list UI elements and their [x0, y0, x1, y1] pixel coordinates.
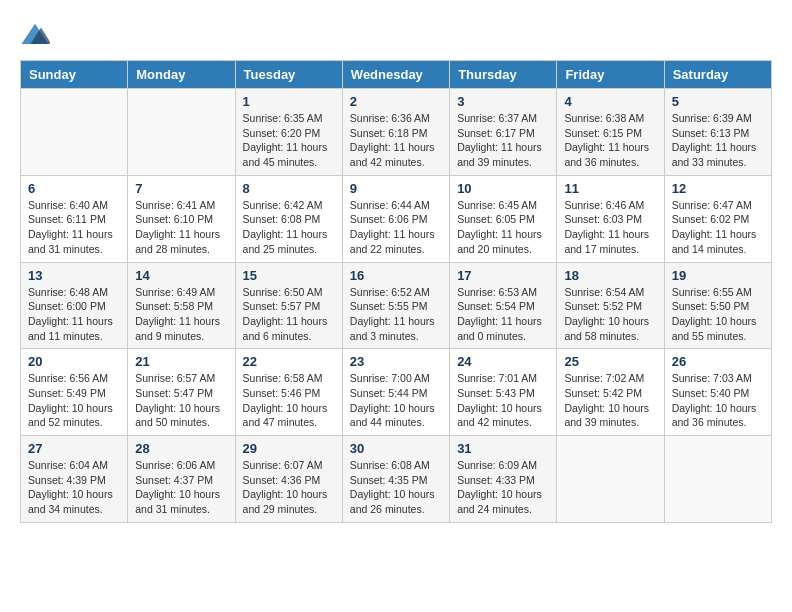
- day-number: 22: [243, 354, 335, 369]
- calendar-cell: 5Sunrise: 6:39 AMSunset: 6:13 PMDaylight…: [664, 89, 771, 176]
- cell-info: Sunrise: 6:46 AMSunset: 6:03 PMDaylight:…: [564, 198, 656, 257]
- day-number: 23: [350, 354, 442, 369]
- calendar-cell: 19Sunrise: 6:55 AMSunset: 5:50 PMDayligh…: [664, 262, 771, 349]
- calendar-cell: 22Sunrise: 6:58 AMSunset: 5:46 PMDayligh…: [235, 349, 342, 436]
- day-number: 10: [457, 181, 549, 196]
- day-number: 26: [672, 354, 764, 369]
- day-number: 14: [135, 268, 227, 283]
- calendar-cell: 26Sunrise: 7:03 AMSunset: 5:40 PMDayligh…: [664, 349, 771, 436]
- calendar-week-2: 13Sunrise: 6:48 AMSunset: 6:00 PMDayligh…: [21, 262, 772, 349]
- cell-info: Sunrise: 6:37 AMSunset: 6:17 PMDaylight:…: [457, 111, 549, 170]
- day-number: 1: [243, 94, 335, 109]
- cell-info: Sunrise: 6:45 AMSunset: 6:05 PMDaylight:…: [457, 198, 549, 257]
- calendar-cell: 17Sunrise: 6:53 AMSunset: 5:54 PMDayligh…: [450, 262, 557, 349]
- day-number: 4: [564, 94, 656, 109]
- day-number: 3: [457, 94, 549, 109]
- calendar-cell: 27Sunrise: 6:04 AMSunset: 4:39 PMDayligh…: [21, 436, 128, 523]
- calendar-table: SundayMondayTuesdayWednesdayThursdayFrid…: [20, 60, 772, 523]
- cell-info: Sunrise: 7:02 AMSunset: 5:42 PMDaylight:…: [564, 371, 656, 430]
- calendar-cell: 30Sunrise: 6:08 AMSunset: 4:35 PMDayligh…: [342, 436, 449, 523]
- calendar-cell: 29Sunrise: 6:07 AMSunset: 4:36 PMDayligh…: [235, 436, 342, 523]
- cell-info: Sunrise: 6:55 AMSunset: 5:50 PMDaylight:…: [672, 285, 764, 344]
- calendar-cell: 16Sunrise: 6:52 AMSunset: 5:55 PMDayligh…: [342, 262, 449, 349]
- day-number: 7: [135, 181, 227, 196]
- cell-info: Sunrise: 6:40 AMSunset: 6:11 PMDaylight:…: [28, 198, 120, 257]
- cell-info: Sunrise: 6:56 AMSunset: 5:49 PMDaylight:…: [28, 371, 120, 430]
- calendar-cell: [128, 89, 235, 176]
- calendar-cell: 18Sunrise: 6:54 AMSunset: 5:52 PMDayligh…: [557, 262, 664, 349]
- calendar-cell: 12Sunrise: 6:47 AMSunset: 6:02 PMDayligh…: [664, 175, 771, 262]
- calendar-cell: [557, 436, 664, 523]
- calendar-cell: 6Sunrise: 6:40 AMSunset: 6:11 PMDaylight…: [21, 175, 128, 262]
- day-number: 25: [564, 354, 656, 369]
- calendar-cell: 21Sunrise: 6:57 AMSunset: 5:47 PMDayligh…: [128, 349, 235, 436]
- day-number: 15: [243, 268, 335, 283]
- day-number: 16: [350, 268, 442, 283]
- day-number: 17: [457, 268, 549, 283]
- calendar-cell: 28Sunrise: 6:06 AMSunset: 4:37 PMDayligh…: [128, 436, 235, 523]
- day-number: 27: [28, 441, 120, 456]
- cell-info: Sunrise: 6:57 AMSunset: 5:47 PMDaylight:…: [135, 371, 227, 430]
- cell-info: Sunrise: 6:50 AMSunset: 5:57 PMDaylight:…: [243, 285, 335, 344]
- cell-info: Sunrise: 6:41 AMSunset: 6:10 PMDaylight:…: [135, 198, 227, 257]
- calendar-cell: 24Sunrise: 7:01 AMSunset: 5:43 PMDayligh…: [450, 349, 557, 436]
- cell-info: Sunrise: 6:44 AMSunset: 6:06 PMDaylight:…: [350, 198, 442, 257]
- day-number: 6: [28, 181, 120, 196]
- calendar-cell: 14Sunrise: 6:49 AMSunset: 5:58 PMDayligh…: [128, 262, 235, 349]
- cell-info: Sunrise: 6:53 AMSunset: 5:54 PMDaylight:…: [457, 285, 549, 344]
- cell-info: Sunrise: 6:35 AMSunset: 6:20 PMDaylight:…: [243, 111, 335, 170]
- calendar-cell: 2Sunrise: 6:36 AMSunset: 6:18 PMDaylight…: [342, 89, 449, 176]
- day-number: 29: [243, 441, 335, 456]
- day-number: 13: [28, 268, 120, 283]
- calendar-week-4: 27Sunrise: 6:04 AMSunset: 4:39 PMDayligh…: [21, 436, 772, 523]
- day-header-saturday: Saturday: [664, 61, 771, 89]
- cell-info: Sunrise: 6:54 AMSunset: 5:52 PMDaylight:…: [564, 285, 656, 344]
- calendar-cell: 15Sunrise: 6:50 AMSunset: 5:57 PMDayligh…: [235, 262, 342, 349]
- calendar-body: 1Sunrise: 6:35 AMSunset: 6:20 PMDaylight…: [21, 89, 772, 523]
- calendar-cell: 20Sunrise: 6:56 AMSunset: 5:49 PMDayligh…: [21, 349, 128, 436]
- cell-info: Sunrise: 6:42 AMSunset: 6:08 PMDaylight:…: [243, 198, 335, 257]
- day-number: 8: [243, 181, 335, 196]
- logo: [20, 20, 54, 50]
- calendar-cell: 1Sunrise: 6:35 AMSunset: 6:20 PMDaylight…: [235, 89, 342, 176]
- day-number: 19: [672, 268, 764, 283]
- cell-info: Sunrise: 6:52 AMSunset: 5:55 PMDaylight:…: [350, 285, 442, 344]
- calendar-week-0: 1Sunrise: 6:35 AMSunset: 6:20 PMDaylight…: [21, 89, 772, 176]
- cell-info: Sunrise: 7:03 AMSunset: 5:40 PMDaylight:…: [672, 371, 764, 430]
- cell-info: Sunrise: 6:48 AMSunset: 6:00 PMDaylight:…: [28, 285, 120, 344]
- day-number: 5: [672, 94, 764, 109]
- day-number: 31: [457, 441, 549, 456]
- day-header-sunday: Sunday: [21, 61, 128, 89]
- day-number: 30: [350, 441, 442, 456]
- cell-info: Sunrise: 6:36 AMSunset: 6:18 PMDaylight:…: [350, 111, 442, 170]
- day-number: 20: [28, 354, 120, 369]
- day-header-tuesday: Tuesday: [235, 61, 342, 89]
- day-header-monday: Monday: [128, 61, 235, 89]
- cell-info: Sunrise: 6:39 AMSunset: 6:13 PMDaylight:…: [672, 111, 764, 170]
- cell-info: Sunrise: 6:04 AMSunset: 4:39 PMDaylight:…: [28, 458, 120, 517]
- day-header-wednesday: Wednesday: [342, 61, 449, 89]
- day-header-friday: Friday: [557, 61, 664, 89]
- day-number: 28: [135, 441, 227, 456]
- calendar-cell: 8Sunrise: 6:42 AMSunset: 6:08 PMDaylight…: [235, 175, 342, 262]
- calendar-header-row: SundayMondayTuesdayWednesdayThursdayFrid…: [21, 61, 772, 89]
- cell-info: Sunrise: 6:49 AMSunset: 5:58 PMDaylight:…: [135, 285, 227, 344]
- day-number: 9: [350, 181, 442, 196]
- calendar-cell: 23Sunrise: 7:00 AMSunset: 5:44 PMDayligh…: [342, 349, 449, 436]
- calendar-cell: 4Sunrise: 6:38 AMSunset: 6:15 PMDaylight…: [557, 89, 664, 176]
- calendar-week-3: 20Sunrise: 6:56 AMSunset: 5:49 PMDayligh…: [21, 349, 772, 436]
- day-header-thursday: Thursday: [450, 61, 557, 89]
- calendar-cell: [21, 89, 128, 176]
- cell-info: Sunrise: 6:08 AMSunset: 4:35 PMDaylight:…: [350, 458, 442, 517]
- calendar-cell: 25Sunrise: 7:02 AMSunset: 5:42 PMDayligh…: [557, 349, 664, 436]
- cell-info: Sunrise: 7:00 AMSunset: 5:44 PMDaylight:…: [350, 371, 442, 430]
- day-number: 12: [672, 181, 764, 196]
- day-number: 2: [350, 94, 442, 109]
- day-number: 24: [457, 354, 549, 369]
- calendar-cell: [664, 436, 771, 523]
- cell-info: Sunrise: 7:01 AMSunset: 5:43 PMDaylight:…: [457, 371, 549, 430]
- day-number: 11: [564, 181, 656, 196]
- logo-icon: [20, 20, 50, 50]
- calendar-cell: 10Sunrise: 6:45 AMSunset: 6:05 PMDayligh…: [450, 175, 557, 262]
- page-header: [20, 20, 772, 50]
